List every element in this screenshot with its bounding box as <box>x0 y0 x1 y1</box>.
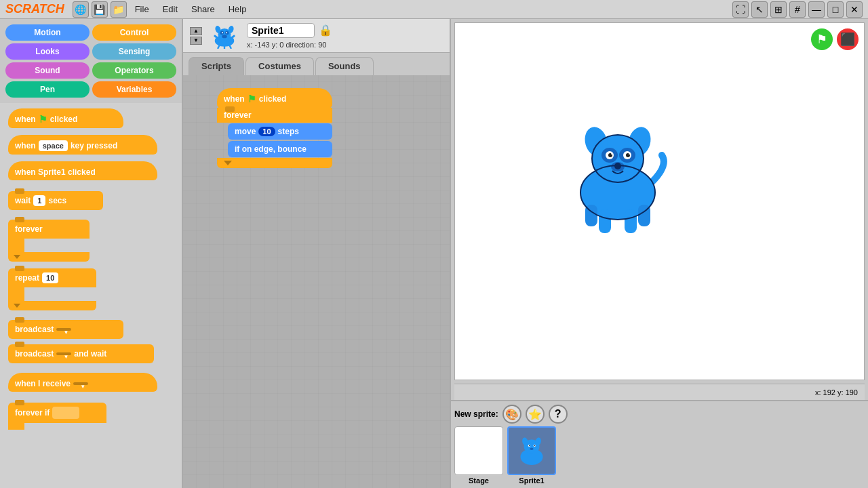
sprite-coords: x: -143 y: 0 direction: 90 <box>247 41 443 49</box>
block-when-clicked[interactable]: when ⚑ clicked <box>8 108 123 128</box>
block-when-sprite-clicked[interactable]: when Sprite1 clicked <box>8 161 157 180</box>
stage-controls: ⚑ ⬛ <box>811 28 859 50</box>
stage-label: Stage <box>469 476 489 485</box>
sprite-thumbnails: Stage <box>454 426 865 485</box>
stage-panel: ⚑ ⬛ <box>451 19 868 488</box>
category-sensing[interactable]: Sensing <box>92 43 176 60</box>
sprite-nav-down[interactable]: ▼ <box>190 37 202 45</box>
folder-icon[interactable]: 📁 <box>111 1 127 18</box>
block-forever-if[interactable]: forever if <box>8 403 174 430</box>
block-repeat[interactable]: repeat 10 <box>8 268 174 310</box>
svg-point-5 <box>223 35 226 37</box>
svg-line-14 <box>229 45 231 48</box>
layout-icon[interactable]: ⊞ <box>770 1 787 18</box>
block-broadcast[interactable]: broadcast <box>8 320 123 339</box>
blocks-palette: Motion Control Looks Sensing Sound Opera… <box>0 19 183 488</box>
stage-sprite <box>550 104 686 242</box>
svg-point-9 <box>226 32 227 33</box>
stage-coords: x: 192 y: 190 <box>815 388 858 396</box>
svg-point-42 <box>534 445 536 447</box>
svg-point-41 <box>529 445 530 447</box>
sprite-header: ▲ ▼ <box>183 19 450 53</box>
canvas-forever-cap <box>217 158 332 168</box>
block-broadcast-wait[interactable]: broadcast and wait <box>8 344 154 363</box>
save-icon[interactable]: 💾 <box>92 1 108 18</box>
menubar: SCRATCH 🌐 💾 📁 File Edit Share Help ⛶ ↖ ⊞… <box>0 0 868 19</box>
svg-point-8 <box>222 32 223 33</box>
tab-costumes[interactable]: Costumes <box>245 57 314 75</box>
sprite-info: Sprite1 🔒 x: -143 y: 0 direction: 90 <box>247 23 443 49</box>
menu-file[interactable]: File <box>130 3 155 16</box>
script-stack-1[interactable]: when ⚑ clicked forever move 10 steps if … <box>217 89 332 168</box>
stage-coords-bar: x: 192 y: 190 <box>454 384 865 400</box>
category-motion[interactable]: Motion <box>5 24 90 41</box>
category-control[interactable]: Control <box>92 24 176 41</box>
block-wait[interactable]: wait 1 secs <box>8 191 103 210</box>
stage-thumb-container: Stage <box>454 426 503 485</box>
sprite-name-bar: Sprite1 🔒 <box>247 23 443 38</box>
maximize-icon[interactable]: □ <box>827 1 844 18</box>
svg-rect-30 <box>625 209 637 233</box>
new-sprite-bar: New sprite: 🎨 ⭐ ? <box>454 405 865 424</box>
logo: SCRATCH <box>5 2 64 16</box>
blocks-list: when ⚑ clicked when space key pressed wh… <box>0 103 182 488</box>
category-buttons: Motion Control Looks Sensing Sound Opera… <box>0 19 182 103</box>
tab-scripts[interactable]: Scripts <box>189 57 244 75</box>
star-sprite-button[interactable]: ⭐ <box>526 405 545 424</box>
lock-icon[interactable]: 🔒 <box>319 24 332 37</box>
fullscreen-icon[interactable]: ⛶ <box>732 1 749 18</box>
minimize-icon[interactable]: — <box>808 1 825 18</box>
sprite-nav: ▲ ▼ <box>190 27 202 45</box>
cursor-icon[interactable]: ↖ <box>751 1 768 18</box>
sprite-list-area: New sprite: 🎨 ⭐ ? Stage <box>454 405 865 485</box>
sprite-name-input[interactable]: Sprite1 <box>247 23 315 38</box>
flag-icon-canvas: ⚑ <box>248 94 256 104</box>
category-pen[interactable]: Pen <box>5 81 90 98</box>
block-forever[interactable]: forever <box>8 220 174 262</box>
svg-rect-29 <box>599 209 611 233</box>
svg-point-25 <box>611 153 612 155</box>
new-sprite-label: New sprite: <box>454 409 498 419</box>
paint-sprite-button[interactable]: 🎨 <box>502 405 521 424</box>
category-sound[interactable]: Sound <box>5 62 90 79</box>
stage-thumb[interactable] <box>454 426 503 475</box>
svg-line-12 <box>218 45 220 48</box>
sprite-nav-up[interactable]: ▲ <box>190 27 202 35</box>
sprite1-thumb-container: Sprite1 <box>507 426 556 485</box>
sprite1-thumb[interactable] <box>507 426 556 475</box>
green-flag-button[interactable]: ⚑ <box>811 28 833 50</box>
tab-sounds[interactable]: Sounds <box>315 57 374 75</box>
tabs-bar: Scripts Costumes Sounds <box>183 53 450 75</box>
category-looks[interactable]: Looks <box>5 43 90 60</box>
block-when-label: when <box>15 115 36 124</box>
scripts-panel: ▲ ▼ <box>183 19 451 488</box>
canvas-move-num: 10 <box>258 127 275 136</box>
canvas-move-block[interactable]: move 10 steps <box>228 123 332 140</box>
block-when-receive[interactable]: when I receive <box>8 373 157 392</box>
block-when-key[interactable]: when space key pressed <box>8 135 157 155</box>
svg-point-26 <box>629 153 630 155</box>
sprite-list-panel: New sprite: 🎨 ⭐ ? Stage <box>451 400 868 488</box>
menu-help[interactable]: Help <box>223 3 252 16</box>
upload-sprite-button[interactable]: ? <box>549 405 568 424</box>
canvas-bounce-block[interactable]: if on edge, bounce <box>228 141 332 157</box>
stop-button[interactable]: ⬛ <box>837 28 859 50</box>
main-layout: Motion Control Looks Sensing Sound Opera… <box>0 19 868 488</box>
flag-icon: ⚑ <box>39 114 47 125</box>
close-icon[interactable]: ✕ <box>846 1 863 18</box>
block-clicked-label: clicked <box>50 115 78 124</box>
right-toolbar: ⛶ ↖ ⊞ # — □ ✕ <box>732 1 863 18</box>
svg-point-43 <box>530 448 533 451</box>
globe-icon[interactable]: 🌐 <box>73 1 89 18</box>
grid-icon[interactable]: # <box>789 1 806 18</box>
sprite1-label: Sprite1 <box>519 476 544 485</box>
stage-area: ⚑ ⬛ <box>454 22 865 380</box>
menu-share[interactable]: Share <box>186 3 220 16</box>
scripts-canvas: when ⚑ clicked forever move 10 steps if … <box>183 75 450 488</box>
sprite-thumbnail <box>208 22 241 49</box>
menu-edit[interactable]: Edit <box>157 3 183 16</box>
category-variables[interactable]: Variables <box>92 81 176 98</box>
category-operators[interactable]: Operators <box>92 62 176 79</box>
